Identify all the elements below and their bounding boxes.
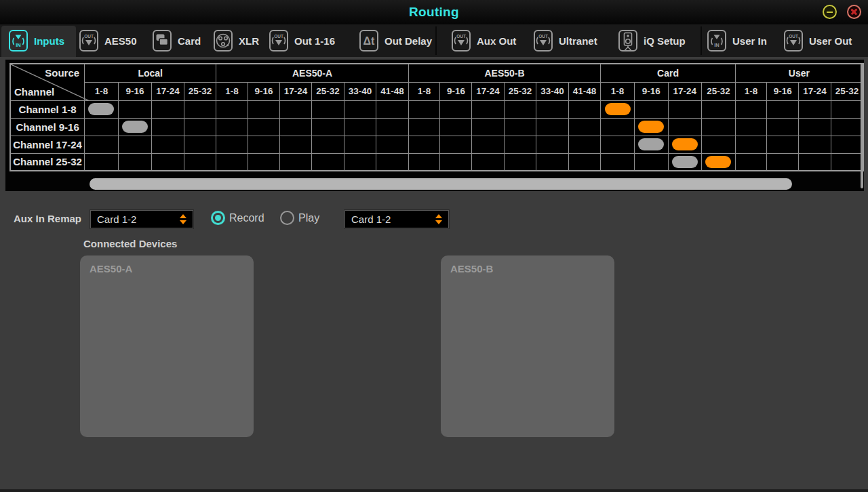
matrix-cell[interactable]	[702, 136, 736, 153]
tab-inputs[interactable]: INInputs	[8, 24, 64, 57]
record-remap-dropdown[interactable]: Card 1-2	[90, 210, 193, 228]
matrix-cell[interactable]	[344, 118, 376, 136]
matrix-cell[interactable]	[536, 153, 568, 171]
matrix-cell[interactable]	[568, 100, 600, 118]
tab-aux-out[interactable]: OUTAux Out	[451, 24, 516, 57]
matrix-cell[interactable]	[216, 136, 248, 153]
matrix-cell[interactable]	[376, 136, 408, 153]
matrix-cell[interactable]	[831, 100, 863, 118]
matrix-cell[interactable]	[376, 100, 408, 118]
matrix-cell[interactable]	[312, 136, 344, 153]
matrix-cell[interactable]	[408, 100, 440, 118]
matrix-cell[interactable]	[440, 136, 472, 153]
matrix-cell[interactable]	[118, 118, 152, 136]
matrix-cell[interactable]	[312, 153, 344, 171]
matrix-cell[interactable]	[376, 118, 408, 136]
matrix-cell[interactable]	[118, 136, 152, 153]
matrix-cell[interactable]	[799, 136, 831, 153]
matrix-cell[interactable]	[85, 118, 119, 136]
matrix-cell[interactable]	[735, 118, 767, 136]
matrix-cell[interactable]	[668, 136, 702, 153]
matrix-cell[interactable]	[472, 118, 504, 136]
matrix-cell[interactable]	[536, 118, 568, 136]
matrix-cell[interactable]	[767, 136, 799, 153]
tab-user-in[interactable]: INUser In	[707, 24, 767, 57]
matrix-cell[interactable]	[85, 153, 119, 171]
matrix-cell[interactable]	[152, 100, 184, 118]
tab-out-delay[interactable]: ΔtOut Delay	[359, 24, 432, 57]
matrix-cell[interactable]	[702, 118, 736, 136]
matrix-cell[interactable]	[735, 100, 767, 118]
matrix-cell[interactable]	[216, 153, 248, 171]
matrix-cell[interactable]	[735, 136, 767, 153]
matrix-cell[interactable]	[408, 153, 440, 171]
matrix-cell[interactable]	[279, 153, 311, 171]
matrix-cell[interactable]	[440, 118, 472, 136]
matrix-cell[interactable]	[152, 118, 184, 136]
matrix-cell[interactable]	[248, 118, 279, 136]
matrix-cell[interactable]	[831, 118, 863, 136]
matrix-cell[interactable]	[634, 118, 668, 136]
matrix-cell[interactable]	[184, 136, 216, 153]
matrix-cell[interactable]	[767, 118, 799, 136]
matrix-cell[interactable]	[601, 100, 635, 118]
matrix-cell[interactable]	[568, 136, 600, 153]
matrix-cell[interactable]	[248, 153, 279, 171]
tab-user-out[interactable]: OUTUser Out	[783, 24, 852, 57]
matrix-cell[interactable]	[279, 136, 311, 153]
matrix-cell[interactable]	[668, 153, 702, 171]
matrix-cell[interactable]	[767, 100, 799, 118]
matrix-cell[interactable]	[504, 118, 536, 136]
matrix-cell[interactable]	[279, 100, 311, 118]
matrix-cell[interactable]	[248, 100, 279, 118]
close-button[interactable]	[847, 5, 861, 19]
tab-out-1-16[interactable]: OUTOut 1-16	[269, 24, 335, 57]
matrix-cell[interactable]	[312, 118, 344, 136]
matrix-cell[interactable]	[344, 153, 376, 171]
matrix-cell[interactable]	[312, 100, 344, 118]
matrix-cell[interactable]	[472, 153, 504, 171]
matrix-cell[interactable]	[216, 100, 248, 118]
matrix-cell[interactable]	[152, 153, 184, 171]
matrix-cell[interactable]	[118, 153, 152, 171]
matrix-cell[interactable]	[634, 100, 668, 118]
matrix-cell[interactable]	[118, 100, 152, 118]
matrix-cell[interactable]	[601, 118, 635, 136]
matrix-cell[interactable]	[279, 118, 311, 136]
matrix-cell[interactable]	[799, 118, 831, 136]
matrix-cell[interactable]	[85, 100, 119, 118]
matrix-cell[interactable]	[504, 136, 536, 153]
matrix-cell[interactable]	[152, 136, 184, 153]
horizontal-scrollbar[interactable]	[90, 178, 792, 190]
matrix-cell[interactable]	[504, 153, 536, 171]
matrix-cell[interactable]	[634, 136, 668, 153]
matrix-cell[interactable]	[248, 136, 279, 153]
matrix-cell[interactable]	[472, 136, 504, 153]
vertical-scrollbar[interactable]	[861, 64, 863, 188]
matrix-cell[interactable]	[536, 100, 568, 118]
matrix-cell[interactable]	[344, 100, 376, 118]
matrix-cell[interactable]	[184, 100, 216, 118]
matrix-cell[interactable]	[767, 153, 799, 171]
matrix-cell[interactable]	[831, 136, 863, 153]
matrix-cell[interactable]	[568, 153, 600, 171]
matrix-cell[interactable]	[601, 136, 635, 153]
tab-iq-setup[interactable]: iQ Setup	[618, 24, 686, 57]
matrix-cell[interactable]	[408, 136, 440, 153]
matrix-cell[interactable]	[702, 153, 736, 171]
matrix-cell[interactable]	[601, 153, 635, 171]
matrix-cell[interactable]	[799, 100, 831, 118]
play-remap-dropdown[interactable]: Card 1-2	[344, 210, 449, 228]
matrix-cell[interactable]	[85, 136, 119, 153]
tab-aes50[interactable]: OUTAES50	[79, 24, 137, 57]
matrix-cell[interactable]	[440, 100, 472, 118]
matrix-cell[interactable]	[184, 118, 216, 136]
minimize-button[interactable]	[823, 5, 837, 19]
matrix-cell[interactable]	[668, 118, 702, 136]
play-radio[interactable]: Play	[280, 211, 319, 225]
matrix-cell[interactable]	[668, 100, 702, 118]
tab-xlr[interactable]: XLR	[213, 24, 259, 57]
matrix-cell[interactable]	[440, 153, 472, 171]
matrix-cell[interactable]	[536, 136, 568, 153]
matrix-cell[interactable]	[799, 153, 831, 171]
